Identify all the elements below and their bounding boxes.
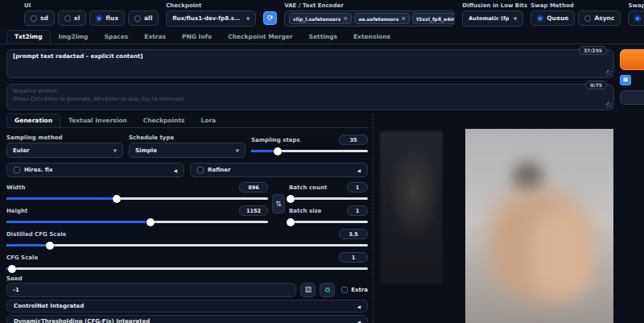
- slider-thumb[interactable]: [287, 218, 295, 226]
- negative-placeholder-hint: (Press Ctrl+Enter to generate, Alt+Enter…: [13, 96, 608, 104]
- radio-checked-icon[interactable]: [537, 15, 543, 22]
- slider-thumb[interactable]: [274, 147, 282, 155]
- prompt-textarea-wrap: 37/255 [prompt text redacted – explicit …: [6, 49, 614, 78]
- negative-prompt-input[interactable]: Negative prompt (Press Ctrl+Enter to gen…: [7, 85, 613, 110]
- schedule-type-dropdown[interactable]: Simple ▼: [129, 143, 246, 158]
- distilled-cfg-slider[interactable]: [6, 241, 368, 250]
- batch-count-slider[interactable]: [289, 194, 368, 203]
- slider-thumb[interactable]: [46, 242, 54, 250]
- refiner-accordion[interactable]: Refiner ◀: [190, 163, 368, 177]
- quick-settings-bar: UI sd xl flux all: [0, 0, 644, 27]
- output-panel: [374, 114, 644, 323]
- extra-seed-checkbox[interactable]: [341, 287, 348, 293]
- tab-png-info[interactable]: PNG Info: [174, 30, 220, 43]
- cfg-slider[interactable]: [6, 264, 368, 273]
- cfg-value[interactable]: 1: [339, 252, 368, 263]
- negative-placeholder-title: Negative prompt: [13, 88, 608, 96]
- width-label: Width: [6, 184, 25, 191]
- chevron-down-icon: ▼: [236, 148, 239, 153]
- cfg-label: CFG Scale: [6, 255, 38, 261]
- refiner-checkbox[interactable]: [197, 167, 204, 173]
- random-seed-button[interactable]: ⚄: [300, 283, 316, 297]
- collapse-icon: ◀: [357, 304, 361, 309]
- accordion-dynamic-thresholding[interactable]: DynamicThresholding (CFG-Fix) Integrated…: [6, 315, 368, 323]
- chevron-down-icon: ▼: [246, 16, 250, 21]
- remove-token-icon[interactable]: ×: [401, 15, 406, 22]
- distilled-cfg-field: Distilled CFG Scale 3.5: [6, 229, 368, 250]
- vae-token-label: ae.safetensors: [358, 16, 398, 22]
- tab-textual-inversion[interactable]: Textual Inversion: [60, 114, 135, 127]
- sampling-steps-label: Sampling steps: [251, 137, 300, 143]
- swap-dimensions-button[interactable]: ⇅: [272, 194, 285, 213]
- prompt-input[interactable]: [prompt text redacted – explicit content…: [7, 50, 613, 77]
- ui-mode-sd[interactable]: sd: [24, 10, 55, 26]
- swap-method-async[interactable]: Async: [578, 10, 621, 26]
- low-bits-label: Diffusion in Low Bits: [462, 2, 523, 9]
- slider-thumb[interactable]: [147, 218, 155, 226]
- dimensions-row: Width 896 Height 1152: [6, 180, 368, 226]
- swap-method-queue[interactable]: Queue: [530, 10, 575, 26]
- ui-mode-group: UI sd xl flux all: [24, 2, 159, 26]
- radio-icon[interactable]: [64, 15, 71, 22]
- distilled-cfg-value[interactable]: 3.5: [339, 229, 368, 239]
- batch-count-value[interactable]: 1: [347, 182, 368, 193]
- paste-button[interactable]: ▣: [620, 75, 631, 85]
- tab-settings[interactable]: Settings: [301, 30, 345, 43]
- tab-lora[interactable]: Lora: [192, 114, 224, 127]
- sampling-steps-value[interactable]: 35: [339, 135, 368, 145]
- refresh-checkpoint-button[interactable]: ⟳: [263, 11, 277, 25]
- ui-mode-flux[interactable]: flux: [89, 10, 125, 26]
- radio-checked-icon[interactable]: [634, 15, 641, 22]
- sampling-method-dropdown[interactable]: Euler ▼: [6, 143, 123, 158]
- width-value[interactable]: 896: [239, 182, 268, 193]
- slider-thumb[interactable]: [8, 265, 16, 273]
- tab-img2img[interactable]: Img2img: [51, 30, 97, 43]
- radio-icon[interactable]: [134, 15, 141, 22]
- hires-fix-accordion[interactable]: Hires. fix ◀: [6, 163, 184, 177]
- slider-thumb[interactable]: [287, 195, 295, 203]
- batch-size-value[interactable]: 1: [347, 205, 368, 216]
- tab-txt2img[interactable]: Txt2img: [6, 30, 51, 43]
- ui-mode-all[interactable]: all: [128, 10, 159, 26]
- accordion-controlnet[interactable]: ControlNet Integrated ◀: [6, 300, 368, 313]
- width-slider[interactable]: [6, 194, 268, 203]
- generate-button[interactable]: [620, 49, 644, 70]
- remove-token-icon[interactable]: ×: [343, 15, 348, 22]
- seed-input[interactable]: -1: [6, 283, 296, 297]
- checkpoint-dropdown[interactable]: flux/flux1-dev-fp8.safetensors ▼: [166, 10, 256, 27]
- batch-size-slider[interactable]: [289, 217, 368, 226]
- vae-multiselect[interactable]: clip_l.safetensors × ae.safetensors × t5…: [284, 10, 455, 27]
- schedule-type-label: Schedule type: [129, 135, 174, 141]
- radio-icon[interactable]: [584, 15, 591, 22]
- tab-spaces[interactable]: Spaces: [96, 30, 136, 43]
- hires-fix-label: Hires. fix: [24, 167, 169, 173]
- slider-thumb[interactable]: [113, 195, 121, 203]
- tab-generation[interactable]: Generation: [6, 114, 60, 127]
- hires-fix-checkbox[interactable]: [14, 167, 20, 173]
- tab-checkpoints[interactable]: Checkpoints: [135, 114, 193, 127]
- low-bits-field: Diffusion in Low Bits Automatic (fp16 Lo…: [462, 2, 523, 27]
- tab-checkpoint-merger[interactable]: Checkpoint Merger: [220, 30, 300, 43]
- extra-networks-button[interactable]: [620, 90, 644, 105]
- low-bits-dropdown[interactable]: Automatic (fp16 LoRA) ▼: [462, 10, 523, 27]
- gallery-thumbnail-placeholder[interactable]: [380, 131, 443, 284]
- radio-icon[interactable]: [31, 15, 37, 22]
- reuse-seed-button[interactable]: ♻: [320, 283, 335, 297]
- radio-checked-icon[interactable]: [96, 15, 102, 22]
- ui-mode-xl[interactable]: xl: [58, 10, 86, 26]
- chevron-down-icon: ▼: [514, 16, 517, 21]
- height-value[interactable]: 1152: [239, 205, 268, 216]
- sampling-steps-slider[interactable]: [251, 147, 368, 155]
- tab-extensions[interactable]: Extensions: [345, 30, 398, 43]
- schedule-type-value: Simple: [135, 147, 157, 154]
- tab-extras[interactable]: Extras: [136, 30, 174, 43]
- generated-image-placeholder[interactable]: [465, 129, 613, 323]
- prompt-section: 37/255 [prompt text redacted – explicit …: [0, 44, 644, 110]
- cfg-field: CFG Scale 1: [6, 252, 368, 273]
- swap-icon: ⇅: [275, 200, 282, 208]
- extra-seed-toggle[interactable]: Extra: [339, 287, 368, 293]
- swap-location-cpu[interactable]: CPU: [628, 10, 644, 26]
- collapse-icon: ◀: [357, 319, 361, 323]
- height-slider[interactable]: [6, 217, 268, 226]
- swap-method-label: Swap Method: [530, 2, 621, 9]
